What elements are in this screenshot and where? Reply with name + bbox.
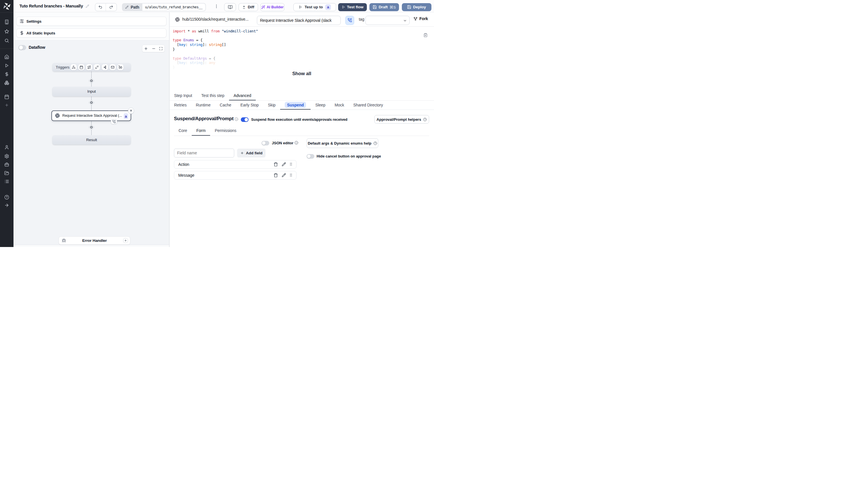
sidebar-item-settings[interactable]	[0, 154, 14, 159]
suspend-enable-toggle[interactable]	[241, 117, 249, 122]
diff-button[interactable]: Diff	[239, 3, 258, 11]
fork-button[interactable]: Fork	[413, 16, 428, 21]
sidebar-item-workers[interactable]	[0, 162, 14, 167]
default-args-help-button[interactable]: Default args & Dynamic enums help	[307, 138, 378, 148]
trigger-calendar-button[interactable]	[78, 64, 85, 70]
boxes-icon	[4, 80, 9, 85]
sidebar-item-variables[interactable]	[0, 72, 14, 77]
zoom-out-icon[interactable]	[151, 46, 156, 51]
subtab-mock[interactable]: Mock	[330, 101, 349, 110]
subtab-cache[interactable]: Cache	[215, 101, 236, 110]
path-input[interactable]	[142, 3, 206, 11]
remove-step-button[interactable]	[128, 108, 134, 114]
sidebar-item-help[interactable]	[0, 195, 14, 200]
hide-cancel-toggle[interactable]	[307, 154, 315, 159]
step-node-label: Request Interactive Slack Approval (...	[62, 114, 127, 118]
draft-shortcut: ⌘S	[389, 5, 396, 10]
fit-view-icon[interactable]	[159, 47, 163, 51]
approval-helpers-button[interactable]: Approval/Prompt helpers	[374, 115, 429, 124]
add-field-button[interactable]: Add field	[237, 149, 265, 157]
edit-field-button[interactable]	[280, 173, 288, 177]
tab-test-this-step[interactable]: Test this step	[197, 92, 229, 101]
drag-field-handle[interactable]	[288, 173, 294, 177]
delete-field-button[interactable]	[272, 162, 280, 167]
sidebar-item-search[interactable]	[0, 38, 14, 43]
ai-builder-button[interactable]: AI Builder	[260, 3, 285, 11]
sidebar-item-resources[interactable]	[0, 80, 14, 85]
subtab-shared-directory[interactable]: Shared Directory	[349, 101, 388, 110]
trigger-binoculars-button[interactable]	[117, 64, 124, 70]
step-summary-input[interactable]	[257, 16, 341, 25]
trigger-mail-button[interactable]	[110, 64, 116, 70]
input-node[interactable]: Input	[52, 87, 131, 96]
subtab-suspend[interactable]: Suspend	[280, 101, 311, 110]
tab-step-input[interactable]: Step Input	[170, 92, 197, 101]
draft-button[interactable]: Draft ⌘S	[369, 3, 399, 11]
more-menu-icon[interactable]	[214, 4, 219, 9]
sidebar-item-folders[interactable]	[0, 171, 14, 175]
windmill-logo[interactable]	[0, 2, 14, 10]
suspend-tab-form[interactable]: Form	[192, 126, 210, 136]
suspend-toggle-button[interactable]	[345, 16, 354, 25]
tab-advanced[interactable]: Advanced	[229, 92, 256, 101]
subtab-sleep[interactable]: Sleep	[311, 101, 330, 110]
subtab-retries[interactable]: Retries	[170, 101, 191, 110]
dataflow-toggle[interactable]	[18, 45, 26, 50]
edit-title-icon[interactable]	[86, 4, 89, 8]
static-inputs-button[interactable]: All Static Inputs	[16, 28, 166, 38]
path-chip[interactable]: Path	[122, 3, 142, 11]
field-name-input[interactable]	[174, 149, 234, 157]
trigger-route-button[interactable]	[86, 64, 92, 70]
settings-button[interactable]: Settings	[16, 17, 166, 26]
suspend-tab-core[interactable]: Core	[174, 126, 192, 136]
info-icon[interactable]	[295, 141, 298, 145]
path-label: Path	[131, 5, 139, 10]
trigger-kafka-button[interactable]	[102, 64, 108, 70]
undo-button[interactable]	[95, 3, 106, 11]
edit-field-button[interactable]	[280, 162, 288, 167]
info-icon[interactable]	[235, 117, 238, 121]
json-editor-toggle[interactable]	[261, 141, 270, 146]
trigger-plug-button[interactable]	[94, 64, 100, 70]
test-up-to-button[interactable]: Test up to a	[293, 3, 336, 11]
add-step-button[interactable]	[89, 100, 94, 105]
sidebar-item-schedules[interactable]	[0, 94, 14, 99]
sidebar-item-expand[interactable]	[0, 203, 14, 208]
sidebar-item-home[interactable]	[0, 55, 14, 59]
sidebar-item-groups[interactable]	[0, 179, 14, 184]
subtab-skip[interactable]: Skip	[263, 101, 280, 110]
test-flow-button[interactable]: Test flow	[338, 3, 367, 11]
docs-button[interactable]	[224, 3, 236, 11]
triggers-node[interactable]: Triggers	[52, 63, 131, 72]
subtab-runtime[interactable]: Runtime	[191, 101, 215, 110]
redo-button[interactable]	[106, 3, 116, 11]
hub-script-path[interactable]: hub/11500/slack/request_interactive...	[182, 17, 248, 21]
zoom-controls	[142, 45, 165, 52]
add-step-button[interactable]	[89, 125, 94, 130]
error-handler-node[interactable]: Error Handler	[58, 236, 130, 245]
undo-redo-group	[95, 3, 117, 11]
trigger-webhook-button[interactable]	[71, 64, 77, 70]
add-error-handler-button[interactable]	[123, 238, 128, 243]
tag-select[interactable]	[365, 16, 410, 25]
code-token: type	[173, 38, 181, 42]
show-all-button[interactable]: Show all	[170, 71, 434, 76]
sidebar-item-runs[interactable]	[0, 63, 14, 68]
sidebar-item-workspace[interactable]	[0, 19, 14, 24]
slack-approval-step-node[interactable]: Request Interactive Slack Approval (... …	[51, 111, 131, 121]
result-node[interactable]: Result	[52, 135, 131, 145]
sidebar-item-user[interactable]	[0, 145, 14, 150]
sidebar-item-add[interactable]	[0, 103, 14, 107]
zoom-in-icon[interactable]	[144, 46, 148, 51]
add-step-button[interactable]	[89, 78, 94, 83]
deploy-button[interactable]: Deploy	[402, 3, 431, 11]
suspend-tab-permissions[interactable]: Permissions	[210, 126, 241, 136]
sidebar-item-favorites[interactable]	[0, 29, 14, 34]
search-icon	[4, 38, 9, 43]
copy-code-icon[interactable]	[423, 33, 428, 37]
code-editor[interactable]: import * as wmill from "windmill-client"…	[170, 27, 434, 92]
delete-field-button[interactable]	[272, 173, 280, 177]
subtab-early-stop[interactable]: Early Stop	[236, 101, 263, 110]
edit-path-icon	[125, 5, 129, 9]
drag-field-handle[interactable]	[288, 162, 294, 166]
